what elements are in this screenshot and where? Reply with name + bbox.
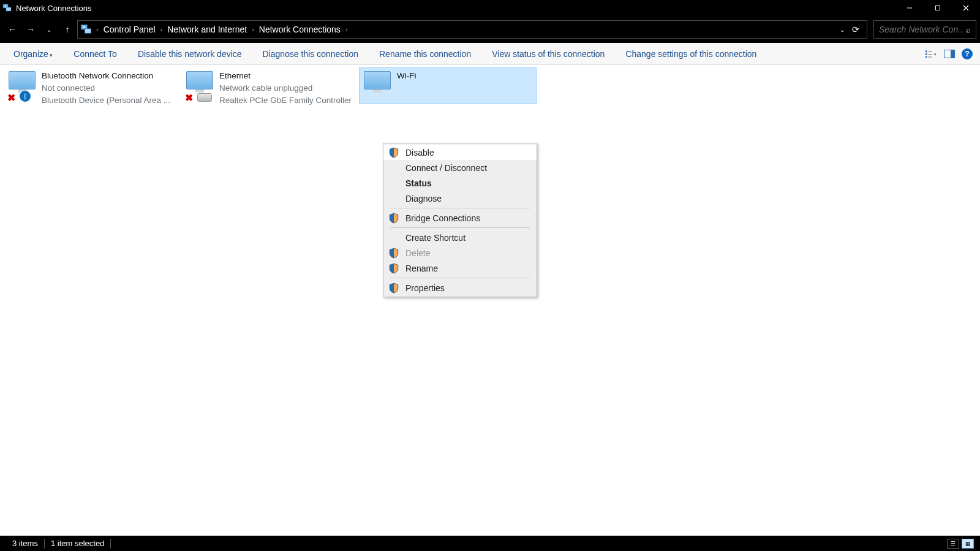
shield-icon xyxy=(388,283,399,294)
disconnected-overlay-icon: ✖ xyxy=(185,92,195,102)
search-icon[interactable]: ⌕ xyxy=(966,25,971,34)
address-dropdown-button[interactable]: ⌄ xyxy=(840,26,845,33)
help-icon[interactable]: ? xyxy=(962,48,973,59)
up-button[interactable]: ↑ xyxy=(59,21,76,38)
chevron-right-icon[interactable]: › xyxy=(251,26,255,33)
breadcrumb-network-internet[interactable]: Network and Internet xyxy=(164,23,251,36)
location-icon xyxy=(80,23,92,36)
shield-icon xyxy=(388,248,399,259)
context-menu-bridge-connections[interactable]: Bridge Connections xyxy=(383,210,537,226)
connect-to-button[interactable]: Connect To xyxy=(67,47,123,61)
chevron-right-icon[interactable]: › xyxy=(159,26,164,33)
context-menu-create-shortcut[interactable]: Create Shortcut xyxy=(383,230,537,245)
minimize-button[interactable] xyxy=(895,0,924,16)
svg-rect-7 xyxy=(925,50,927,52)
organize-menu[interactable]: Organize xyxy=(7,47,59,61)
status-bar: 3 items 1 item selected ☰ ▦ xyxy=(0,536,980,551)
app-icon xyxy=(2,3,12,13)
connection-ethernet[interactable]: ✖ Ethernet Network cable unplugged Realt… xyxy=(181,67,359,109)
command-toolbar: Organize Connect To Disable this network… xyxy=(0,43,980,65)
preview-pane-button[interactable] xyxy=(943,48,956,60)
context-menu-delete: Delete xyxy=(383,245,537,260)
recent-locations-button[interactable]: ⌄ xyxy=(40,21,58,38)
breadcrumb-control-panel[interactable]: Control Panel xyxy=(100,23,159,36)
disable-device-button[interactable]: Disable this network device xyxy=(132,47,248,61)
connection-device: Bluetooth Device (Personal Area ... xyxy=(42,94,170,107)
context-menu-diagnose[interactable]: Diagnose xyxy=(383,191,537,206)
network-adapter-icon: ✖ xyxy=(184,70,216,102)
disconnected-overlay-icon: ✖ xyxy=(7,92,17,102)
svg-rect-8 xyxy=(925,53,927,55)
maximize-button[interactable] xyxy=(924,0,952,16)
refresh-button[interactable]: ⟳ xyxy=(852,25,859,34)
close-button[interactable] xyxy=(952,0,980,16)
status-selected-count: 1 item selected xyxy=(45,539,111,549)
shield-icon xyxy=(388,263,399,274)
forward-button[interactable]: → xyxy=(22,21,39,38)
rename-connection-button[interactable]: Rename this connection xyxy=(373,47,477,61)
tiles-view-button[interactable]: ▦ xyxy=(962,539,974,549)
svg-rect-4 xyxy=(936,6,940,10)
search-box[interactable]: ⌕ xyxy=(873,20,976,39)
details-view-button[interactable]: ☰ xyxy=(947,539,959,549)
context-menu-separator xyxy=(390,208,530,208)
context-menu-disable[interactable]: Disable xyxy=(383,145,537,160)
window-title: Network Connections xyxy=(16,4,895,13)
context-menu-separator xyxy=(390,278,530,278)
svg-text:▾: ▾ xyxy=(934,51,937,56)
shield-icon xyxy=(388,147,399,158)
connection-name: Bluetooth Network Connection xyxy=(42,70,170,82)
connection-name: Wi-Fi xyxy=(397,70,416,82)
diagnose-connection-button[interactable]: Diagnose this connection xyxy=(257,47,364,61)
search-input[interactable] xyxy=(879,25,963,34)
address-bar[interactable]: › Control Panel › Network and Internet ›… xyxy=(77,20,867,39)
context-menu-rename[interactable]: Rename xyxy=(383,260,537,276)
view-status-button[interactable]: View status of this connection xyxy=(486,47,611,61)
titlebar: Network Connections xyxy=(0,0,980,16)
context-menu-connect-disconnect[interactable]: Connect / Disconnect xyxy=(383,160,537,175)
connection-status: Not connected xyxy=(42,82,170,94)
chevron-right-icon[interactable]: › xyxy=(95,26,100,33)
connection-wifi[interactable]: Wi-Fi xyxy=(359,67,537,104)
address-bar-row: ← → ⌄ ↑ › Control Panel › Network and In… xyxy=(0,16,980,43)
context-menu: Disable Connect / Disconnect Status Diag… xyxy=(383,143,537,297)
svg-rect-15 xyxy=(951,50,954,58)
connection-device: Realtek PCIe GbE Family Controller xyxy=(219,94,352,107)
connections-area[interactable]: ✖ ᛒ Bluetooth Network Connection Not con… xyxy=(0,65,980,536)
network-adapter-icon xyxy=(361,70,393,102)
svg-rect-9 xyxy=(925,56,927,58)
view-options-button[interactable]: ▾ xyxy=(925,48,937,60)
chevron-right-icon[interactable]: › xyxy=(344,26,349,33)
shield-icon xyxy=(388,213,399,224)
connection-status: Network cable unplugged xyxy=(219,82,352,94)
connection-name: Ethernet xyxy=(219,70,352,82)
context-menu-separator xyxy=(390,227,530,228)
breadcrumb-network-connections[interactable]: Network Connections xyxy=(255,23,344,36)
status-item-count: 3 items xyxy=(6,539,45,549)
context-menu-properties[interactable]: Properties xyxy=(383,280,537,295)
context-menu-status[interactable]: Status xyxy=(383,175,537,191)
connection-bluetooth[interactable]: ✖ ᛒ Bluetooth Network Connection Not con… xyxy=(4,67,181,109)
network-adapter-icon: ✖ ᛒ xyxy=(6,70,38,102)
bluetooth-overlay-icon: ᛒ xyxy=(20,91,31,102)
change-settings-button[interactable]: Change settings of this connection xyxy=(619,47,763,61)
back-button[interactable]: ← xyxy=(4,21,21,38)
ethernet-overlay-icon xyxy=(197,93,212,102)
